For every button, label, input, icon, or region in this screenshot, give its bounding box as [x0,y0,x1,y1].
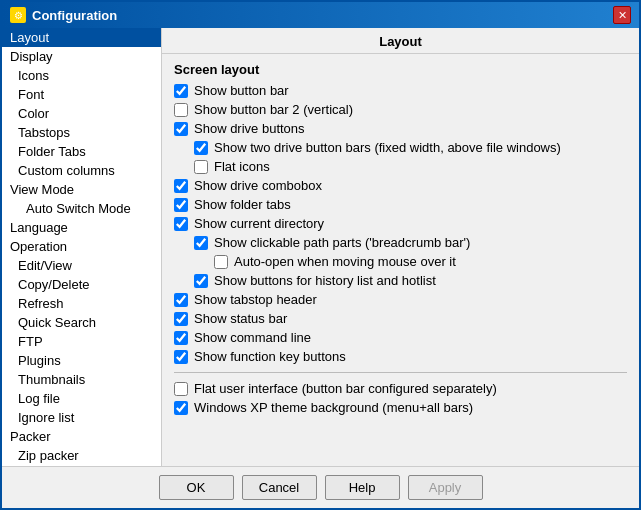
sidebar-item-language[interactable]: Language [2,218,161,237]
sidebar-item-packer[interactable]: Packer [2,427,161,446]
bottom-checkbox-0[interactable] [174,382,188,396]
buttons-bar: OK Cancel Help Apply [2,466,639,508]
config-window: ⚙ Configuration ✕ LayoutDisplayIconsFont… [0,0,641,510]
checkbox-5[interactable] [174,179,188,193]
sidebar-item-layout[interactable]: Layout [2,28,161,47]
checkbox-label-5: Show drive combobox [194,178,322,193]
checkbox-label-14: Show function key buttons [194,349,346,364]
apply-button[interactable]: Apply [408,475,483,500]
title-bar: ⚙ Configuration ✕ [2,2,639,28]
checkbox-row-13: Show command line [174,330,627,345]
ok-button[interactable]: OK [159,475,234,500]
panel-title: Layout [162,28,639,54]
checkbox-row-10: Show buttons for history list and hotlis… [174,273,627,288]
checkbox-label-10: Show buttons for history list and hotlis… [214,273,436,288]
checkbox-row-14: Show function key buttons [174,349,627,364]
sidebar-item-font[interactable]: Font [2,85,161,104]
checkbox-3[interactable] [194,141,208,155]
sidebar-item-zip-packer[interactable]: Zip packer [2,446,161,465]
sidebar-item-operation[interactable]: Operation [2,237,161,256]
sidebar-item-quick-search[interactable]: Quick Search [2,313,161,332]
sidebar-item-folder-tabs[interactable]: Folder Tabs [2,142,161,161]
checkbox-7[interactable] [174,217,188,231]
checkbox-label-12: Show status bar [194,311,287,326]
checkbox-label-6: Show folder tabs [194,197,291,212]
checkbox-0[interactable] [174,84,188,98]
sidebar-item-tabstops[interactable]: Tabstops [2,123,161,142]
checkbox-label-1: Show button bar 2 (vertical) [194,102,353,117]
cancel-button[interactable]: Cancel [242,475,317,500]
checkbox-row-6: Show folder tabs [174,197,627,212]
sidebar-item-plugins[interactable]: Plugins [2,351,161,370]
checkbox-row-4: Flat icons [174,159,627,174]
sidebar-item-auto-switch-mode[interactable]: Auto Switch Mode [2,199,161,218]
checkbox-label-13: Show command line [194,330,311,345]
checkbox-row-9: Auto-open when moving mouse over it [174,254,627,269]
checkbox-13[interactable] [174,331,188,345]
checkbox-row-3: Show two drive button bars (fixed width,… [174,140,627,155]
help-button[interactable]: Help [325,475,400,500]
checkbox-11[interactable] [174,293,188,307]
main-panel: Layout Screen layout Show button barShow… [162,28,639,466]
checkbox-1[interactable] [174,103,188,117]
checkbox-row-2: Show drive buttons [174,121,627,136]
panel-content: Screen layout Show button barShow button… [162,54,639,466]
checkbox-label-3: Show two drive button bars (fixed width,… [214,140,561,155]
checkbox-row-7: Show current directory [174,216,627,231]
close-button[interactable]: ✕ [613,6,631,24]
bottom-checkbox-row-1: Windows XP theme background (menu+all ba… [174,400,627,415]
sidebar-item-thumbnails[interactable]: Thumbnails [2,370,161,389]
checkbox-6[interactable] [174,198,188,212]
checkbox-row-8: Show clickable path parts ('breadcrumb b… [174,235,627,250]
section-title: Screen layout [174,62,627,77]
checkbox-label-9: Auto-open when moving mouse over it [234,254,456,269]
sidebar-item-ftp[interactable]: FTP [2,332,161,351]
sidebar-item-display[interactable]: Display [2,47,161,66]
bottom-checkbox-1[interactable] [174,401,188,415]
checkbox-4[interactable] [194,160,208,174]
checkbox-row-12: Show status bar [174,311,627,326]
sidebar-item-log-file[interactable]: Log file [2,389,161,408]
app-icon: ⚙ [10,7,26,23]
checkbox-row-1: Show button bar 2 (vertical) [174,102,627,117]
checkbox-8[interactable] [194,236,208,250]
sidebar-item-custom-columns[interactable]: Custom columns [2,161,161,180]
sidebar-item-refresh[interactable]: Refresh [2,294,161,313]
checkbox-14[interactable] [174,350,188,364]
bottom-checkbox-label-1: Windows XP theme background (menu+all ba… [194,400,473,415]
checkbox-10[interactable] [194,274,208,288]
sidebar-item-icons[interactable]: Icons [2,66,161,85]
bottom-checkbox-row-0: Flat user interface (button bar configur… [174,381,627,396]
content-area: LayoutDisplayIconsFontColorTabstopsFolde… [2,28,639,466]
sidebar-item-view-mode[interactable]: View Mode [2,180,161,199]
sidebar-item-color[interactable]: Color [2,104,161,123]
checkbox-label-2: Show drive buttons [194,121,305,136]
checkbox-label-7: Show current directory [194,216,324,231]
checkbox-2[interactable] [174,122,188,136]
sidebar-item-copy/delete[interactable]: Copy/Delete [2,275,161,294]
checkbox-row-5: Show drive combobox [174,178,627,193]
title-bar-left: ⚙ Configuration [10,7,117,23]
checkbox-9[interactable] [214,255,228,269]
checkbox-row-0: Show button bar [174,83,627,98]
bottom-checkbox-label-0: Flat user interface (button bar configur… [194,381,497,396]
sidebar-item-edit/view[interactable]: Edit/View [2,256,161,275]
checkbox-label-0: Show button bar [194,83,289,98]
bottom-checkboxes-container: Flat user interface (button bar configur… [174,381,627,415]
checkbox-label-8: Show clickable path parts ('breadcrumb b… [214,235,470,250]
checkbox-row-11: Show tabstop header [174,292,627,307]
sidebar: LayoutDisplayIconsFontColorTabstopsFolde… [2,28,162,466]
checkbox-12[interactable] [174,312,188,326]
checkboxes-container: Show button barShow button bar 2 (vertic… [174,83,627,364]
sidebar-item-ignore-list[interactable]: Ignore list [2,408,161,427]
window-title: Configuration [32,8,117,23]
checkbox-label-4: Flat icons [214,159,270,174]
checkbox-label-11: Show tabstop header [194,292,317,307]
